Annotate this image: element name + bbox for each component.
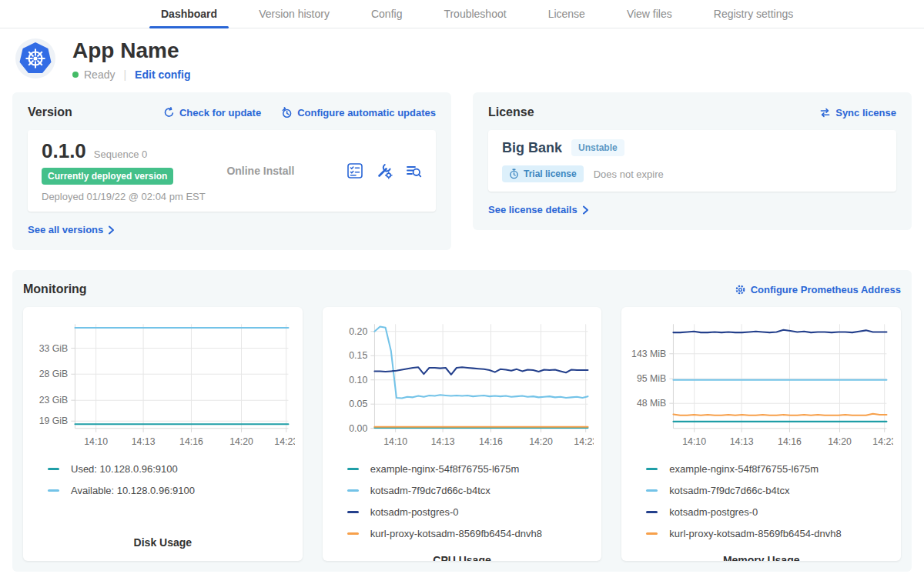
legend-item: Available: 10.128.0.96:9100 xyxy=(48,485,295,496)
chart-title: Memory Usage xyxy=(629,549,893,561)
legend-swatch-icon xyxy=(347,489,359,492)
legend-item: kotsadm-7f9dc7d66c-b4tcx xyxy=(646,485,893,496)
svg-text:14:20: 14:20 xyxy=(828,436,852,447)
chevron-right-icon xyxy=(108,225,115,235)
app-logo xyxy=(15,38,55,82)
configure-prometheus-button[interactable]: Configure Prometheus Address xyxy=(735,284,901,295)
svg-text:14:23: 14:23 xyxy=(274,436,294,447)
monitoring-panel: Monitoring Configure Prometheus Address … xyxy=(12,270,912,572)
svg-text:14:10: 14:10 xyxy=(84,436,108,447)
version-number: 0.1.0 xyxy=(42,139,86,163)
svg-text:14:23: 14:23 xyxy=(873,436,893,447)
preflight-checklist-icon[interactable] xyxy=(346,162,363,179)
tab-troubleshoot[interactable]: Troubleshoot xyxy=(423,0,527,28)
tab-view-files[interactable]: View files xyxy=(606,0,693,28)
series-line xyxy=(374,326,588,398)
deployed-timestamp: Deployed 01/19/22 @ 02:04 pm EST xyxy=(42,191,206,202)
legend-swatch-icon xyxy=(646,532,658,535)
legend-label: example-nginx-54f8f76755-l675m xyxy=(370,463,520,475)
gear-icon xyxy=(735,284,746,295)
chart-plot: 14:1014:1314:1614:2014:23143 MiB95 MiB48… xyxy=(629,316,893,454)
svg-text:33 GiB: 33 GiB xyxy=(39,343,69,354)
install-type-label: Online Install xyxy=(226,165,325,177)
svg-text:0.00: 0.00 xyxy=(349,423,367,434)
license-panel: License Sync license Big Bank Unstable xyxy=(473,92,912,230)
legend-swatch-icon xyxy=(48,489,59,492)
expiry-label: Does not expire xyxy=(594,169,664,180)
kubernetes-icon xyxy=(15,38,55,78)
svg-text:14:20: 14:20 xyxy=(529,436,553,447)
svg-text:23 GiB: 23 GiB xyxy=(39,395,69,405)
svg-text:28 GiB: 28 GiB xyxy=(39,369,69,379)
svg-text:48 MiB: 48 MiB xyxy=(637,398,666,409)
svg-text:14:16: 14:16 xyxy=(479,436,503,447)
chart-plot: 14:1014:1314:1614:2014:2333 GiB28 GiB23 … xyxy=(31,316,295,454)
chart-legend: example-nginx-54f8f76755-l675mkotsadm-7f… xyxy=(330,463,594,549)
config-wrench-icon[interactable] xyxy=(376,162,393,179)
svg-text:14:16: 14:16 xyxy=(778,436,802,447)
svg-text:14:13: 14:13 xyxy=(132,436,156,447)
divider: | xyxy=(123,68,126,81)
license-heading: License xyxy=(488,105,534,119)
see-license-details-link[interactable]: See license details xyxy=(488,204,589,215)
legend-label: kurl-proxy-kotsadm-8569fb6454-dnvh8 xyxy=(370,528,542,539)
legend-swatch-icon xyxy=(347,532,359,535)
sync-icon xyxy=(819,107,831,118)
legend-item: kotsadm-postgres-0 xyxy=(347,506,594,518)
legend-label: kotsadm-postgres-0 xyxy=(669,506,758,518)
view-logs-icon[interactable] xyxy=(405,162,422,179)
tab-version-history[interactable]: Version history xyxy=(238,0,350,28)
clock-arrow-icon xyxy=(281,107,293,118)
tab-license[interactable]: License xyxy=(527,0,606,28)
legend-label: kurl-proxy-kotsadm-8569fb6454-dnvh8 xyxy=(669,528,841,539)
svg-text:14:23: 14:23 xyxy=(574,436,594,447)
svg-text:0.05: 0.05 xyxy=(349,399,367,409)
svg-text:14:10: 14:10 xyxy=(683,436,707,447)
configure-automatic-updates-button[interactable]: Configure automatic updates xyxy=(281,107,436,118)
trial-license-badge: Trial license xyxy=(502,165,584,182)
deployed-badge: Currently deployed version xyxy=(42,168,173,185)
cpu-usage-chart-card: 14:1014:1314:1614:2014:230.200.150.100.0… xyxy=(323,307,602,561)
legend-item: kurl-proxy-kotsadm-8569fb6454-dnvh8 xyxy=(347,528,594,539)
sync-license-button[interactable]: Sync license xyxy=(819,107,896,118)
svg-text:0.15: 0.15 xyxy=(349,350,367,361)
refresh-icon xyxy=(163,107,175,118)
svg-text:0.10: 0.10 xyxy=(349,375,367,385)
legend-label: Used: 10.128.0.96:9100 xyxy=(71,463,178,475)
legend-swatch-icon xyxy=(48,468,59,470)
legend-item: example-nginx-54f8f76755-l675m xyxy=(347,463,594,475)
version-heading: Version xyxy=(28,105,72,119)
current-version-card: 0.1.0 Sequence 0 Currently deployed vers… xyxy=(28,130,436,212)
svg-text:14:20: 14:20 xyxy=(229,436,253,447)
version-sequence: Sequence 0 xyxy=(94,149,147,160)
memory-usage-chart-card: 14:1014:1314:1614:2014:23143 MiB95 MiB48… xyxy=(621,307,901,561)
top-nav: DashboardVersion historyConfigTroublesho… xyxy=(0,0,924,28)
svg-text:14:16: 14:16 xyxy=(179,436,203,447)
tab-registry-settings[interactable]: Registry settings xyxy=(693,0,814,28)
version-panel: Version Check for update Configure autom… xyxy=(12,92,451,250)
channel-badge: Unstable xyxy=(571,139,624,156)
tab-config[interactable]: Config xyxy=(350,0,423,28)
legend-swatch-icon xyxy=(347,511,359,513)
tab-dashboard[interactable]: Dashboard xyxy=(140,0,238,28)
stopwatch-icon xyxy=(509,169,519,179)
edit-config-link[interactable]: Edit config xyxy=(135,68,190,81)
legend-item: kurl-proxy-kotsadm-8569fb6454-dnvh8 xyxy=(646,528,893,539)
license-details-card: Big Bank Unstable Trial license Does not… xyxy=(488,130,896,192)
legend-item: kotsadm-7f9dc7d66c-b4tcx xyxy=(347,485,594,496)
chevron-right-icon xyxy=(582,205,589,215)
legend-item: Used: 10.128.0.96:9100 xyxy=(48,463,295,475)
legend-swatch-icon xyxy=(347,468,359,470)
svg-text:14:13: 14:13 xyxy=(430,436,454,447)
chart-legend: Used: 10.128.0.96:9100Available: 10.128.… xyxy=(31,463,295,506)
check-for-update-button[interactable]: Check for update xyxy=(163,107,261,118)
legend-label: Available: 10.128.0.96:9100 xyxy=(71,485,195,496)
chart-plot: 14:1014:1314:1614:2014:230.200.150.100.0… xyxy=(330,316,594,454)
see-all-versions-link[interactable]: See all versions xyxy=(28,224,115,235)
legend-item: example-nginx-54f8f76755-l675m xyxy=(646,463,893,475)
svg-text:14:10: 14:10 xyxy=(383,436,407,447)
legend-swatch-icon xyxy=(646,468,658,470)
status-label: Ready xyxy=(84,68,115,81)
chart-title: Disk Usage xyxy=(31,532,295,549)
monitoring-heading: Monitoring xyxy=(23,282,87,296)
